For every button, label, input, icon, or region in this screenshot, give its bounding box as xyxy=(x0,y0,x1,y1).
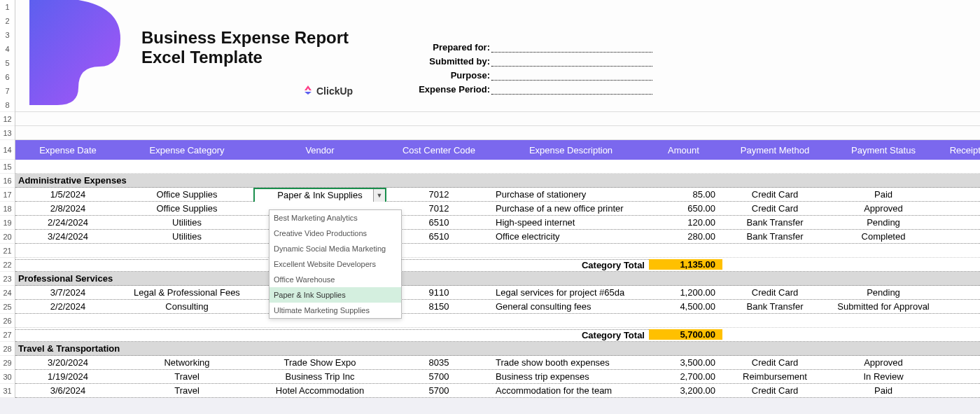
blank-row[interactable] xyxy=(15,160,980,174)
field-submitted-by[interactable] xyxy=(491,54,652,67)
blank-row[interactable] xyxy=(15,112,980,126)
dropdown-option[interactable]: Ultimate Marketing Supplies xyxy=(270,303,401,318)
field-prepared-for[interactable] xyxy=(491,40,652,53)
row-number[interactable]: 27 xyxy=(0,328,15,342)
cell-cost-center[interactable]: 5700 xyxy=(386,385,491,396)
row-number[interactable]: 13 xyxy=(0,126,15,140)
cell-amount[interactable]: 1,200.00 xyxy=(649,287,722,298)
row-number[interactable]: 23 xyxy=(0,272,15,286)
cell-cost-center[interactable]: 6510 xyxy=(386,231,491,242)
dropdown-option[interactable]: Best Marketing Analytics xyxy=(270,210,401,226)
col-date[interactable]: Expense Date xyxy=(15,145,120,156)
cell-status[interactable]: Submitted for Approval xyxy=(827,301,939,312)
cell-method[interactable]: Bank Transfer xyxy=(722,301,827,312)
cell-date[interactable]: 1/19/2024 xyxy=(15,371,120,382)
blank-row[interactable] xyxy=(15,126,980,140)
cell-description[interactable]: General consulting fees xyxy=(491,301,649,312)
row-number[interactable]: 15 xyxy=(0,160,15,174)
cell-category[interactable]: Office Supplies xyxy=(120,189,253,200)
cell-status[interactable]: Completed xyxy=(827,231,939,242)
cell-description[interactable]: High-speed internet xyxy=(491,217,649,228)
cell-description[interactable]: Accommodation for the team xyxy=(491,385,649,396)
cell-cost-center[interactable]: 7012 xyxy=(386,203,491,214)
cell-status[interactable]: Pending xyxy=(827,217,939,228)
col-payment-status[interactable]: Payment Status xyxy=(827,145,939,156)
cell-date[interactable]: 2/8/2024 xyxy=(15,203,120,214)
dropdown-option[interactable]: Excellent Website Developers xyxy=(270,256,401,272)
cell-description[interactable]: Office electricity xyxy=(491,231,649,242)
cell-cost-center[interactable]: 7012 xyxy=(386,189,491,200)
table-row[interactable]: 1/19/2024 Travel Business Trip Inc 5700 … xyxy=(15,370,980,384)
cell-method[interactable]: Bank Transfer xyxy=(722,217,827,228)
cell-amount[interactable]: 280.00 xyxy=(649,231,722,242)
row-number[interactable]: 30 xyxy=(0,370,15,384)
table-row[interactable]: 3/6/2024 Travel Hotel Accommodation 5700… xyxy=(15,384,980,398)
col-receipts[interactable]: Receipts xyxy=(939,145,980,156)
row-number[interactable]: 28 xyxy=(0,342,15,356)
section-header[interactable]: Professional Services xyxy=(15,272,980,286)
cell-description[interactable]: Purchase of a new office printer xyxy=(491,203,649,214)
cell-vendor[interactable]: Business Trip Inc xyxy=(253,371,386,382)
cell-method[interactable]: Credit Card xyxy=(722,189,827,200)
cell-vendor[interactable]: Hotel Accommodation xyxy=(253,385,386,396)
cell-amount[interactable]: 3,200.00 xyxy=(649,385,722,396)
blank-row[interactable] xyxy=(15,244,980,258)
cell-amount[interactable]: 3,500.00 xyxy=(649,357,722,368)
dropdown-option[interactable]: Creative Video Productions xyxy=(270,226,401,241)
vendor-dropdown-cell[interactable]: Paper & Ink Supplies ▼ xyxy=(253,188,386,202)
row-number[interactable]: 1 2 3 4 5 6 7 8 xyxy=(0,0,15,112)
cell-cost-center[interactable]: 6510 xyxy=(386,217,491,228)
row-number[interactable]: 18 xyxy=(0,202,15,216)
vendor-dropdown-list[interactable]: Best Marketing Analytics Creative Video … xyxy=(269,209,402,319)
cell-category[interactable]: Travel xyxy=(120,371,253,382)
cell-status[interactable]: Paid xyxy=(827,385,939,396)
row-number[interactable]: 29 xyxy=(0,356,15,370)
section-header[interactable]: Travel & Transportation xyxy=(15,342,980,356)
col-cost-center[interactable]: Cost Center Code xyxy=(386,145,491,156)
cell-date[interactable]: 2/2/2024 xyxy=(15,301,120,312)
cell-category[interactable]: Travel xyxy=(120,385,253,396)
cell-amount[interactable]: 650.00 xyxy=(649,203,722,214)
cell-status[interactable]: In Review xyxy=(827,371,939,382)
cell-description[interactable]: Business trip expenses xyxy=(491,371,649,382)
cell-category[interactable]: Networking xyxy=(120,357,253,368)
col-payment-method[interactable]: Payment Method xyxy=(722,145,827,156)
row-number[interactable]: 25 xyxy=(0,300,15,314)
row-number[interactable]: 22 xyxy=(0,258,15,272)
row-number[interactable]: 14 xyxy=(0,140,15,160)
cell-date[interactable]: 2/24/2024 xyxy=(15,217,120,228)
cell-method[interactable]: Credit Card xyxy=(722,203,827,214)
table-row[interactable]: 2/2/2024 Consulting 8150 General consult… xyxy=(15,300,980,314)
cell-date[interactable]: 1/5/2024 xyxy=(15,189,120,200)
cell-amount[interactable]: 85.00 xyxy=(649,189,722,200)
blank-row[interactable] xyxy=(15,314,980,328)
cell-date[interactable]: 3/24/2024 xyxy=(15,231,120,242)
cell-amount[interactable]: 2,700.00 xyxy=(649,371,722,382)
cell-cost-center[interactable]: 9110 xyxy=(386,287,491,298)
table-row[interactable]: 2/8/2024 Office Supplies 7012 Purchase o… xyxy=(15,202,980,216)
cell-description[interactable]: Purchase of stationery xyxy=(491,189,649,200)
col-category[interactable]: Expense Category xyxy=(120,145,253,156)
row-number[interactable]: 12 xyxy=(0,112,15,126)
col-description[interactable]: Expense Description xyxy=(491,145,649,156)
cell-method[interactable]: Credit Card xyxy=(722,385,827,396)
row-number[interactable]: 17 xyxy=(0,188,15,202)
row-number[interactable]: 20 xyxy=(0,230,15,244)
cell-category[interactable]: Utilities xyxy=(120,217,253,228)
cell-cost-center[interactable]: 8035 xyxy=(386,357,491,368)
cell-method[interactable]: Credit Card xyxy=(722,287,827,298)
field-expense-period[interactable] xyxy=(491,82,652,95)
chevron-down-icon[interactable]: ▼ xyxy=(373,188,386,202)
cell-method[interactable]: Reimbursement xyxy=(722,371,827,382)
cell-status[interactable]: Paid xyxy=(827,189,939,200)
table-row[interactable]: 3/24/2024 Utilities 6510 Office electric… xyxy=(15,230,980,244)
row-number[interactable]: 16 xyxy=(0,174,15,188)
col-amount[interactable]: Amount xyxy=(649,145,722,156)
dropdown-option[interactable]: Office Warehouse xyxy=(270,272,401,287)
cell-status[interactable]: Pending xyxy=(827,287,939,298)
table-row[interactable]: 3/7/2024 Legal & Professional Fees 9110 … xyxy=(15,286,980,300)
row-number[interactable]: 24 xyxy=(0,286,15,300)
table-row[interactable]: 3/20/2024 Networking Trade Show Expo 803… xyxy=(15,356,980,370)
cell-category[interactable]: Consulting xyxy=(120,301,253,312)
cell-date[interactable]: 3/6/2024 xyxy=(15,385,120,396)
